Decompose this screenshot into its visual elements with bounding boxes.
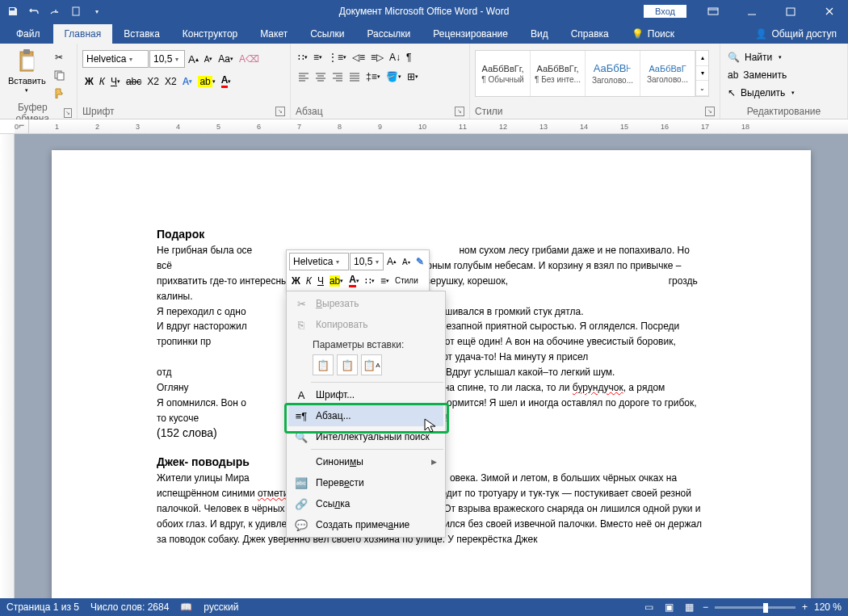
word-count[interactable]: Число слов: 2684 <box>90 601 169 613</box>
paste-text-only[interactable]: 📋A <box>361 354 382 375</box>
grow-font-button[interactable]: A▴ <box>186 52 201 67</box>
mini-bullets[interactable]: ∷▾ <box>363 274 377 288</box>
styles-gallery[interactable]: АаБбВвГг,¶ Обычный АаБбВвГг,¶ Без инте..… <box>475 50 709 97</box>
change-case-button[interactable]: Aa▾ <box>216 52 236 66</box>
mini-font-color[interactable]: A▾ <box>346 272 362 289</box>
italic-button[interactable]: К <box>97 74 107 89</box>
style-normal[interactable]: АаБбВвГг,¶ Обычный <box>476 51 531 96</box>
maximize-icon[interactable] <box>772 0 809 23</box>
tab-help[interactable]: Справка <box>560 24 620 44</box>
page-indicator[interactable]: Страница 1 из 5 <box>6 601 79 613</box>
highlight-button[interactable]: ab▾ <box>195 74 217 89</box>
print-layout-icon[interactable]: ▣ <box>662 600 676 614</box>
ctx-smartlookup[interactable]: 🔍Интеллектуальный поиск <box>288 426 443 447</box>
subscript-button[interactable]: X2 <box>145 74 162 89</box>
paste-keep-source[interactable]: 📋 <box>313 354 334 375</box>
tab-layout[interactable]: Макет <box>249 24 299 44</box>
align-right-button[interactable] <box>330 70 346 83</box>
ribbon-options-icon[interactable] <box>695 0 732 23</box>
tab-review[interactable]: Рецензирование <box>422 24 519 44</box>
spellcheck-icon[interactable]: 📖 <box>180 601 192 613</box>
styles-launcher[interactable]: ↘ <box>705 107 715 116</box>
decrease-indent-button[interactable]: ◁≡ <box>350 50 367 65</box>
tab-search[interactable]: 💡Поиск <box>620 24 686 44</box>
zoom-in-button[interactable]: + <box>802 601 808 613</box>
paste-button[interactable]: Вставить ▾ <box>5 47 49 95</box>
mini-shrink-font[interactable]: A▾ <box>400 256 413 268</box>
format-painter-button[interactable] <box>51 86 67 100</box>
new-doc-icon[interactable] <box>69 5 82 18</box>
borders-button[interactable]: ⊞▾ <box>405 69 421 84</box>
select-button[interactable]: ↖Выделить▾ <box>725 86 842 100</box>
tab-view[interactable]: Вид <box>519 24 560 44</box>
styles-more[interactable]: ⌄ <box>696 81 708 96</box>
style-nospacing[interactable]: АаБбВвГг,¶ Без инте... <box>531 51 586 96</box>
replace-button[interactable]: abЗаменить <box>725 68 842 82</box>
close-icon[interactable] <box>811 0 848 23</box>
sort-button[interactable]: A↓ <box>387 50 403 65</box>
save-icon[interactable] <box>6 5 19 18</box>
text-effects-button[interactable]: A▾ <box>180 74 195 89</box>
clear-format-button[interactable]: A⌫ <box>237 52 262 66</box>
multilevel-button[interactable]: ⋮≡▾ <box>325 50 349 65</box>
mini-underline[interactable]: Ч <box>315 274 326 288</box>
style-heading2[interactable]: АаБбВвГЗаголово... <box>640 51 695 96</box>
shading-button[interactable]: 🪣▾ <box>384 69 404 84</box>
zoom-slider[interactable] <box>715 606 796 609</box>
tab-insert[interactable]: Вставка <box>112 24 171 44</box>
ctx-synonyms[interactable]: Синонимы▶ <box>288 451 443 472</box>
show-marks-button[interactable]: ¶ <box>404 50 414 65</box>
superscript-button[interactable]: X2 <box>162 74 179 89</box>
tab-home[interactable]: Главная <box>53 24 113 44</box>
font-launcher[interactable]: ↘ <box>275 107 285 116</box>
language-indicator[interactable]: русский <box>204 601 238 613</box>
ctx-comment[interactable]: 💬Создать примечание <box>288 514 443 535</box>
mini-highlight[interactable]: ab▾ <box>327 274 346 288</box>
zoom-out-button[interactable]: − <box>703 601 708 613</box>
cut-button[interactable]: ✂ <box>51 50 67 65</box>
ctx-paragraph[interactable]: ≡¶Абзац... <box>288 405 443 426</box>
mini-size-combo[interactable]: 10,5▾ <box>350 253 384 270</box>
web-layout-icon[interactable]: ▦ <box>682 600 696 614</box>
ctx-translate[interactable]: 🔤Перевести <box>288 472 443 493</box>
share-button[interactable]: 👤Общий доступ <box>744 24 848 44</box>
mini-format-painter[interactable]: ✎ <box>414 254 426 269</box>
tab-references[interactable]: Ссылки <box>299 24 355 44</box>
tab-file[interactable]: Файл <box>3 24 53 44</box>
zoom-level[interactable]: 120 % <box>814 601 842 613</box>
clipboard-launcher[interactable]: ↘ <box>64 108 72 118</box>
undo-icon[interactable] <box>27 5 40 18</box>
login-button[interactable]: Вход <box>644 5 686 18</box>
align-left-button[interactable] <box>296 70 312 83</box>
redo-icon[interactable] <box>48 5 61 18</box>
copy-button[interactable] <box>51 68 67 82</box>
mini-bold[interactable]: Ж <box>289 274 303 288</box>
font-color-button[interactable]: A▾ <box>219 73 234 90</box>
paste-merge[interactable]: 📋 <box>337 354 358 375</box>
ctx-link[interactable]: 🔗Ссылка <box>288 493 443 514</box>
mini-grow-font[interactable]: A▴ <box>384 254 399 269</box>
paragraph-launcher[interactable]: ↘ <box>455 107 464 116</box>
mini-numbering[interactable]: ≡▾ <box>378 274 392 288</box>
font-name-combo[interactable]: Helvetica▾ <box>82 50 149 68</box>
style-heading1[interactable]: АаБбВ⊦Заголово... <box>586 51 640 96</box>
tab-mailings[interactable]: Рассылки <box>355 24 422 44</box>
line-spacing-button[interactable]: ‡≡▾ <box>363 69 383 84</box>
styles-down[interactable]: ▾ <box>696 66 708 82</box>
numbering-button[interactable]: ≡▾ <box>311 50 325 65</box>
shrink-font-button[interactable]: A▾ <box>202 53 216 65</box>
ruler-vertical[interactable] <box>0 134 15 598</box>
qat-more-icon[interactable]: ▾ <box>90 5 103 18</box>
bullets-button[interactable]: ∷▾ <box>296 50 310 65</box>
styles-up[interactable]: ▴ <box>696 51 708 66</box>
minimize-icon[interactable] <box>733 0 770 23</box>
mini-styles[interactable]: Стили <box>393 274 421 287</box>
font-size-combo[interactable]: 10,5▾ <box>149 50 185 68</box>
find-button[interactable]: 🔍Найти▾ <box>725 50 842 65</box>
bold-button[interactable]: Ж <box>82 74 96 89</box>
read-mode-icon[interactable]: ▭ <box>642 600 656 614</box>
underline-button[interactable]: Ч▾ <box>108 74 123 89</box>
ruler-horizontal[interactable]: ⌐ 0123456789101112131415161718 <box>0 119 848 134</box>
mini-italic[interactable]: К <box>304 274 314 288</box>
align-center-button[interactable] <box>313 70 329 83</box>
